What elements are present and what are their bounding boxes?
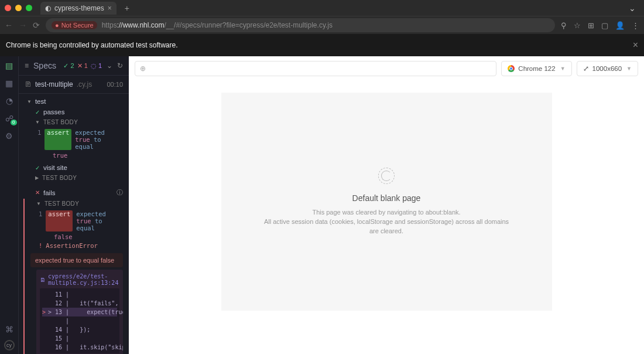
caret-down-icon[interactable]: ▼ — [35, 120, 40, 125]
blank-subtitle: This page was cleared by navigating to a… — [263, 207, 509, 236]
cmd-value: false — [25, 233, 129, 240]
target-icon: ⊕ — [140, 64, 146, 73]
error-row[interactable]: ! AssertionError — [25, 240, 129, 251]
cmd-text: expected true to equal — [76, 210, 123, 232]
test-body-label: TEST BODY — [43, 119, 78, 125]
new-tab-button[interactable]: + — [125, 4, 129, 13]
address-bar[interactable]: ● Not Secure https://www.nhl.com/__/#/sp… — [46, 18, 555, 32]
test-body-toggle[interactable]: ▼ TEST BODY — [19, 117, 129, 127]
caret-down-icon[interactable]: ▼ — [27, 99, 32, 104]
minimize-window[interactable] — [15, 5, 22, 11]
tab-title: cypress-themes — [54, 4, 104, 12]
automation-banner: Chrome is being controlled by automated … — [0, 34, 644, 56]
rerun-icon[interactable]: ↻ — [117, 62, 123, 70]
pass-count: ✓ 2 — [63, 62, 74, 70]
runs-nav-icon[interactable]: ▦ — [5, 79, 13, 88]
bookmark-icon[interactable]: ☆ — [574, 21, 581, 30]
collapse-icon[interactable]: ≡ — [25, 62, 29, 70]
code-lines: 11 | 12 | it("fails", () => { >> 13 | ex… — [40, 288, 119, 353]
browser-menu-icon[interactable]: ⋮ — [632, 21, 639, 30]
zoom-icon[interactable]: ⚲ — [561, 21, 567, 30]
toolbar-actions: ⚲ ☆ ⊞ ▢ 👤 ⋮ — [561, 21, 639, 30]
command-assert-fail[interactable]: 1 assert expected true to equal — [25, 209, 129, 233]
cross-icon: ✕ — [35, 189, 40, 196]
browser-tab-strip: ◐ cypress-themes × + ⌄ — [0, 0, 644, 16]
chevron-down-icon[interactable]: ⌄ — [107, 62, 112, 70]
aut-url-input[interactable]: ⊕ — [135, 61, 496, 76]
browser-label: Chrome 122 — [518, 65, 555, 72]
suite-node[interactable]: ▼ test — [19, 96, 129, 107]
chrome-icon — [508, 65, 515, 72]
aut-header: ⊕ Chrome 122 ▼ ⤢ 1000x660 ▼ — [129, 56, 644, 81]
extensions-icon[interactable]: ⊞ — [588, 21, 594, 30]
settings-nav-icon[interactable]: ⚙ — [5, 131, 13, 141]
test-fails[interactable]: ✕ fails ⓘ — [19, 186, 129, 199]
cmd-text: expected true to equal — [75, 129, 123, 150]
maximize-window[interactable] — [26, 5, 32, 11]
fail-count: ✕ 1 — [77, 62, 88, 70]
url-text: https://www.nhl.com/__/#/specs/runner?fi… — [102, 21, 333, 29]
window-controls — [5, 5, 32, 11]
test-tree: ▼ test ✓ passes ▼ TEST BODY 1 assert exp… — [19, 94, 129, 354]
debug-nav-icon[interactable]: ◔ — [6, 96, 13, 105]
spec-duration: 00:10 — [107, 81, 123, 88]
close-window[interactable] — [5, 5, 11, 11]
test-title: visit site — [43, 164, 67, 171]
assert-pill: assert — [44, 129, 71, 150]
browser-tab[interactable]: ◐ cypress-themes × — [40, 2, 117, 15]
error-name: AssertionError — [46, 242, 98, 249]
not-secure-badge[interactable]: ● Not Secure — [52, 21, 97, 29]
test-visit-site[interactable]: ✓ visit site — [19, 162, 129, 173]
assert-pill: assert — [46, 210, 73, 232]
viewport-label: 1000x660 — [592, 65, 622, 72]
scale-icon: ⤢ — [583, 64, 589, 73]
warning-icon: ● — [55, 22, 59, 29]
cypress-logo-icon[interactable]: cy — [4, 340, 15, 350]
profile-icon[interactable]: 👤 — [615, 21, 625, 30]
badge: 0 — [11, 120, 16, 125]
viewport-selector[interactable]: ⤢ 1000x660 ▼ — [577, 61, 638, 76]
test-body-toggle[interactable]: ▼ TEST BODY — [25, 199, 129, 209]
panel-icon[interactable]: ▢ — [601, 21, 608, 30]
reload-icon[interactable]: ⟳ — [33, 21, 40, 30]
blank-title: Default blank page — [352, 193, 421, 203]
spec-file-name: test-multiple — [35, 80, 73, 88]
cypress-app: ▤ ▦ ◔ ☍0 ⚙ ⌘ cy ≡ Specs ✓ 2 ✕ 1 ◌ 1 ⌄ ↻ … — [0, 56, 644, 354]
specs-nav-icon[interactable]: ▤ — [5, 61, 13, 70]
command-assert-pass[interactable]: 1 assert expected true to equal — [19, 127, 129, 152]
test-body-toggle[interactable]: ▶ TEST BODY — [19, 173, 129, 183]
test-passes[interactable]: ✓ passes — [19, 107, 129, 117]
tab-overflow-icon[interactable]: ⌄ — [625, 4, 639, 13]
code-frame: 🗎 cypress/e2e/test-multiple.cy.js:13:24 … — [36, 270, 123, 354]
open-file-icon: 🗎 — [40, 277, 46, 283]
error-message: expected true to equal false — [30, 253, 123, 267]
close-icon[interactable]: × — [633, 40, 638, 50]
cypress-blank-icon — [378, 168, 395, 184]
specs-header: ≡ Specs ✓ 2 ✕ 1 ◌ 1 ⌄ ↻ — [19, 56, 129, 76]
chevron-down-icon: ▼ — [626, 66, 632, 72]
file-icon: 🖹 — [25, 80, 32, 88]
caret-down-icon[interactable]: ▼ — [36, 201, 41, 206]
close-tab-icon[interactable]: × — [108, 4, 112, 12]
specs-title: Specs — [33, 61, 56, 70]
check-icon: ✓ — [35, 165, 40, 171]
banner-text: Chrome is being controlled by automated … — [6, 41, 177, 49]
tab-favicon: ◐ — [45, 4, 51, 12]
skip-count: ◌ 1 — [91, 62, 102, 70]
caret-right-icon[interactable]: ▶ — [35, 175, 39, 181]
error-bang-icon: ! — [39, 242, 42, 249]
spec-file-header[interactable]: 🖹 test-multiple.cy.js 00:10 — [19, 76, 129, 94]
browser-toolbar: ← → ⟳ ● Not Secure https://www.nhl.com/_… — [0, 16, 644, 34]
side-rail: ▤ ▦ ◔ ☍0 ⚙ ⌘ cy — [0, 56, 19, 354]
browser-selector[interactable]: Chrome 122 ▼ — [501, 61, 571, 76]
forward-icon[interactable]: → — [19, 21, 27, 30]
org-nav-icon[interactable]: ☍0 — [5, 114, 13, 123]
spec-file-ext: .cy.js — [77, 80, 92, 88]
code-file-link[interactable]: 🗎 cypress/e2e/test-multiple.cy.js:13:24 — [40, 273, 119, 286]
keyboard-icon[interactable]: ⌘ — [5, 325, 13, 334]
back-icon[interactable]: ← — [5, 21, 13, 30]
test-title: fails — [43, 189, 55, 196]
aut-panel: ⊕ Chrome 122 ▼ ⤢ 1000x660 ▼ Default blan… — [129, 56, 644, 354]
info-icon[interactable]: ⓘ — [117, 188, 123, 197]
check-icon: ✓ — [35, 109, 40, 115]
